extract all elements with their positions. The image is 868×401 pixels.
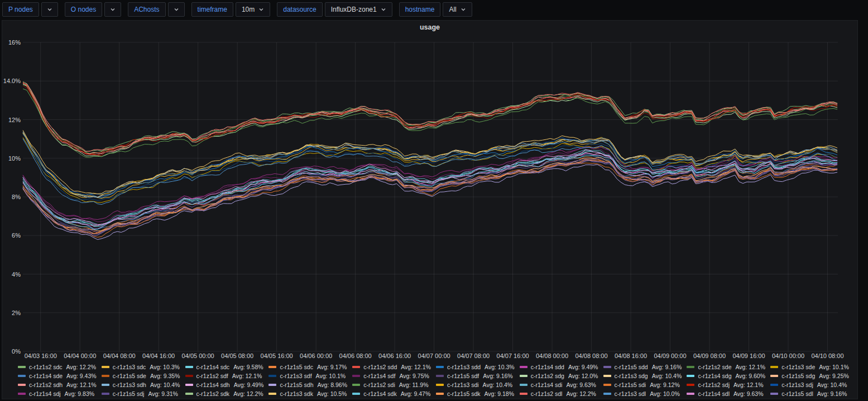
- legend-item-c-r1z1s2-sdg[interactable]: c-r1z1s2 sdgAvg: 12.0%: [520, 372, 603, 379]
- legend-item-c-r1z1s5-sdf[interactable]: c-r1z1s5 sdfAvg: 9.16%: [436, 372, 520, 379]
- series-color-swatch: [687, 393, 694, 395]
- legend-item-c-r1z1s5-sdc[interactable]: c-r1z1s5 sdcAvg: 9.17%: [268, 363, 352, 370]
- legend-item-c-r1z1s4-sdj[interactable]: c-r1z1s4 sdjAvg: 9.83%: [18, 390, 102, 397]
- x-axis-label: 04/05 16:00: [261, 352, 293, 359]
- series-color-swatch: [268, 384, 276, 386]
- legend-item-c-r1z1s5-sde[interactable]: c-r1z1s5 sdeAvg: 9.35%: [102, 372, 185, 379]
- legend-item-c-r1z1s4-sdg[interactable]: c-r1z1s4 sdgAvg: 9.60%: [687, 372, 770, 379]
- legend-item-c-r1z1s2-sdh[interactable]: c-r1z1s2 sdhAvg: 12.1%: [18, 381, 102, 388]
- series-color-swatch: [770, 393, 778, 395]
- legend-item-c-r1z1s4-sdd[interactable]: c-r1z1s4 sddAvg: 9.49%: [520, 363, 603, 370]
- usage-chart[interactable]: 0%2%4%6%8%10%12%14.0%16%04/03 16:0004/04…: [2, 34, 857, 362]
- variable-label-achosts[interactable]: AChosts: [128, 2, 165, 17]
- legend-item-c-r1z1s3-sdj[interactable]: c-r1z1s3 sdjAvg: 10.4%: [770, 381, 854, 388]
- legend-item-c-r1z1s3-sdl[interactable]: c-r1z1s3 sdlAvg: 10.0%: [603, 390, 687, 397]
- chevron-down-icon: [174, 7, 179, 12]
- legend-item-c-r1z1s5-sdj[interactable]: c-r1z1s5 sdjAvg: 9.31%: [102, 390, 185, 397]
- y-axis-label: 6%: [12, 232, 21, 239]
- series-avg-value: Avg: 10.0%: [650, 390, 680, 397]
- legend-item-c-r1z1s4-sdk[interactable]: c-r1z1s4 sdkAvg: 9.47%: [352, 390, 436, 397]
- legend-item-c-r1z1s4-sdc[interactable]: c-r1z1s4 sdcAvg: 9.58%: [185, 363, 269, 370]
- legend-item-c-r1z1s3-sde[interactable]: c-r1z1s3 sdeAvg: 10.1%: [770, 363, 854, 370]
- x-axis-label: 04/06 16:00: [378, 352, 411, 359]
- series-name: c-r1z1s2 sdi: [363, 381, 395, 388]
- series-name: c-r1z1s2 sdh: [29, 381, 63, 388]
- grid: 0%2%4%6%8%10%12%14.0%16%04/03 16:0004/04…: [3, 39, 844, 359]
- legend-item-c-r1z1s4-sdh[interactable]: c-r1z1s4 sdhAvg: 9.49%: [185, 381, 269, 388]
- series-color-swatch: [436, 366, 444, 368]
- variable-label-o-nodes[interactable]: O nodes: [65, 2, 102, 17]
- legend-item-c-r1z1s2-sdd[interactable]: c-r1z1s2 sddAvg: 12.1%: [352, 363, 436, 370]
- series-name: c-r1z1s3 sdd: [447, 364, 481, 370]
- variable-dropdown-o-nodes[interactable]: [104, 2, 121, 17]
- legend-item-c-r1z1s2-sdi[interactable]: c-r1z1s2 sdiAvg: 11.9%: [352, 381, 436, 388]
- variable-value-datasource[interactable]: InfluxDB-zone1: [325, 2, 392, 17]
- legend-item-c-r1z1s2-sdj[interactable]: c-r1z1s2 sdjAvg: 12.1%: [687, 381, 770, 388]
- legend-item-c-r1z1s4-sdl[interactable]: c-r1z1s4 sdlAvg: 9.63%: [687, 390, 770, 397]
- legend-item-c-r1z1s3-sdc[interactable]: c-r1z1s3 sdcAvg: 10.3%: [102, 363, 185, 370]
- legend-item-c-r1z1s5-sdk[interactable]: c-r1z1s5 sdkAvg: 9.18%: [436, 390, 520, 397]
- legend-item-c-r1z1s3-sdf[interactable]: c-r1z1s3 sdfAvg: 10.1%: [268, 372, 352, 379]
- series-color-swatch: [520, 393, 527, 395]
- series-color-swatch: [687, 375, 694, 377]
- legend-item-c-r1z1s5-sdg[interactable]: c-r1z1s5 sdgAvg: 9.25%: [770, 372, 854, 379]
- series-name: c-r1z1s2 sdj: [698, 381, 730, 388]
- series-name: c-r1z1s4 sdl: [698, 390, 730, 397]
- legend: c-r1z1s2 sdcAvg: 12.2%c-r1z1s3 sdcAvg: 1…: [2, 362, 857, 397]
- legend-item-c-r1z1s2-sdf[interactable]: c-r1z1s2 sdfAvg: 12.1%: [185, 372, 269, 379]
- legend-item-c-r1z1s3-sdg[interactable]: c-r1z1s3 sdgAvg: 10.4%: [603, 372, 687, 379]
- legend-item-c-r1z1s2-sdc[interactable]: c-r1z1s2 sdcAvg: 12.2%: [18, 363, 102, 370]
- x-axis-label: 04/04 16:00: [142, 352, 175, 359]
- legend-item-c-r1z1s4-sdi[interactable]: c-r1z1s4 sdiAvg: 9.63%: [520, 381, 603, 388]
- series-avg-value: Avg: 9.25%: [819, 373, 849, 379]
- y-axis-label: 0%: [12, 348, 21, 355]
- series-avg-value: Avg: 12.1%: [66, 381, 97, 388]
- legend-item-c-r1z1s4-sde[interactable]: c-r1z1s4 sdeAvg: 9.43%: [18, 372, 102, 379]
- variable-dropdown-achosts[interactable]: [168, 2, 185, 17]
- legend-item-c-r1z1s5-sdi[interactable]: c-r1z1s5 sdiAvg: 9.12%: [603, 381, 687, 388]
- series-color-swatch: [102, 366, 109, 368]
- legend-item-c-r1z1s2-sdk[interactable]: c-r1z1s2 sdkAvg: 12.2%: [185, 390, 269, 397]
- variable-value-timeframe[interactable]: 10m: [236, 2, 270, 17]
- series-avg-value: Avg: 12.2%: [66, 364, 97, 370]
- series-name: c-r1z1s4 sdf: [363, 373, 395, 379]
- legend-item-c-r1z1s3-sdi[interactable]: c-r1z1s3 sdiAvg: 10.4%: [436, 381, 520, 388]
- legend-item-c-r1z1s3-sdk[interactable]: c-r1z1s3 sdkAvg: 10.5%: [268, 390, 352, 397]
- variable-label-timeframe[interactable]: timeframe: [191, 2, 233, 17]
- legend-item-c-r1z1s4-sdf[interactable]: c-r1z1s4 sdfAvg: 9.75%: [352, 372, 436, 379]
- x-axis-label: 04/04 00:00: [64, 352, 96, 359]
- series-line-c-r1z1s5-sdh: [23, 165, 837, 240]
- variable-label-datasource[interactable]: datasource: [277, 2, 322, 17]
- series-color-swatch: [520, 366, 527, 368]
- series-line-c-r1z1s2-sdk: [23, 82, 837, 152]
- series-avg-value: Avg: 9.63%: [566, 381, 596, 388]
- legend-item-c-r1z1s2-sdl[interactable]: c-r1z1s2 sdlAvg: 12.2%: [520, 390, 603, 397]
- series-name: c-r1z1s4 sdh: [196, 381, 230, 388]
- variable-value-hostname[interactable]: All: [443, 2, 472, 17]
- legend-item-c-r1z1s5-sdd[interactable]: c-r1z1s5 sddAvg: 9.16%: [603, 363, 687, 370]
- variable-dropdown-p-nodes[interactable]: [41, 2, 58, 17]
- series-avg-value: Avg: 10.4%: [150, 381, 180, 388]
- x-axis-label: 04/09 16:00: [732, 352, 765, 359]
- series-line-c-r1z1s2-sde: [23, 85, 837, 153]
- variable-timeframe: timeframe 10m: [191, 2, 271, 17]
- series-avg-value: Avg: 9.49%: [234, 381, 264, 388]
- series-color-swatch: [603, 384, 611, 386]
- variable-label-p-nodes[interactable]: P nodes: [2, 2, 39, 17]
- series-line-c-r1z1s3-sdc: [23, 133, 837, 198]
- y-axis-label: 4%: [12, 271, 21, 278]
- series-avg-value: Avg: 10.4%: [483, 381, 513, 388]
- series-line-c-r1z1s3-sde: [23, 138, 837, 202]
- variable-p-nodes: P nodes: [2, 2, 58, 17]
- series-avg-value: Avg: 12.2%: [566, 390, 596, 397]
- legend-item-c-r1z1s2-sde[interactable]: c-r1z1s2 sdeAvg: 12.1%: [687, 363, 770, 370]
- legend-item-c-r1z1s3-sdh[interactable]: c-r1z1s3 sdhAvg: 10.4%: [102, 381, 185, 388]
- panel-title[interactable]: usage: [2, 21, 857, 34]
- variable-label-hostname[interactable]: hostname: [399, 2, 441, 17]
- legend-item-c-r1z1s5-sdl[interactable]: c-r1z1s5 sdlAvg: 9.16%: [770, 390, 854, 397]
- series-color-swatch: [770, 384, 778, 386]
- legend-item-c-r1z1s3-sdd[interactable]: c-r1z1s3 sddAvg: 10.3%: [436, 363, 520, 370]
- series-avg-value: Avg: 10.3%: [150, 364, 180, 370]
- legend-item-c-r1z1s5-sdh[interactable]: c-r1z1s5 sdhAvg: 8.96%: [268, 381, 352, 388]
- series-name: c-r1z1s5 sdj: [113, 390, 145, 397]
